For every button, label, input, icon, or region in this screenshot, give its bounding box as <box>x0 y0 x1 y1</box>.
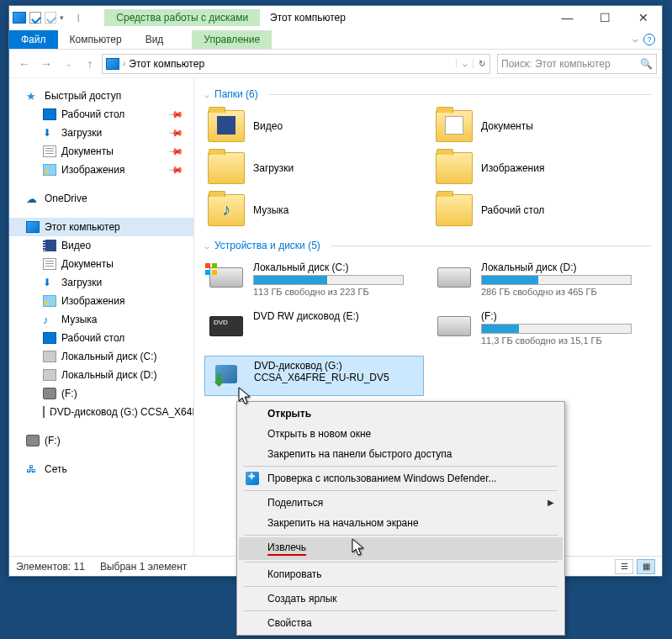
folder-music[interactable]: ♪Музыка <box>204 191 424 230</box>
ctx-pin-quick-access[interactable]: Закрепить на панели быстрого доступа <box>239 444 563 464</box>
video-overlay-icon <box>217 116 235 135</box>
status-item-count: Элементов: 11 <box>16 561 85 573</box>
folder-pictures[interactable]: Изображения <box>432 149 652 187</box>
dvd-drive-icon <box>209 316 243 336</box>
qat-new-folder-icon[interactable] <box>45 12 56 24</box>
sidebar-network[interactable]: Сеть <box>9 460 193 478</box>
document-overlay-icon <box>445 116 463 135</box>
search-placeholder: Поиск: Этот компьютер <box>501 58 611 70</box>
pin-icon: 📌 <box>167 161 183 177</box>
video-icon <box>43 240 56 251</box>
sidebar-documents2[interactable]: Документы <box>9 255 193 273</box>
ctx-windows-defender[interactable]: Проверка с использованием Windows Defend… <box>239 468 563 488</box>
back-button[interactable]: ← <box>14 54 34 74</box>
view-details-button[interactable]: ☰ <box>615 559 633 574</box>
sidebar-drive-d[interactable]: Локальный диск (D:) <box>9 366 193 384</box>
chevron-right-icon: ▶ <box>548 498 554 507</box>
pc-icon[interactable] <box>13 12 26 24</box>
drive-d[interactable]: Локальный диск (D:)286 ГБ свободно из 46… <box>432 258 652 300</box>
help-icon[interactable]: ? <box>643 34 655 45</box>
tab-view[interactable]: Вид <box>134 30 176 49</box>
ctx-pin-start[interactable]: Закрепить на начальном экране <box>239 513 563 533</box>
sidebar-drive-f[interactable]: (F:) <box>9 384 193 403</box>
tab-computer[interactable]: Компьютер <box>58 30 134 49</box>
dvd-icon <box>43 406 45 418</box>
sidebar-videos[interactable]: Видео <box>9 236 193 255</box>
ctx-create-shortcut[interactable]: Создать ярлык <box>239 589 563 609</box>
ctx-properties[interactable]: Свойства <box>239 613 563 633</box>
pin-icon: 📌 <box>167 124 183 140</box>
ribbon-expand-icon[interactable]: ⌵ <box>632 34 638 45</box>
ctx-open-new-window[interactable]: Открыть в новом окне <box>239 424 563 444</box>
status-selected: Выбран 1 элемент <box>100 561 187 573</box>
sidebar-music[interactable]: Музыка <box>9 310 193 329</box>
sidebar-pictures2[interactable]: Изображения <box>9 292 193 310</box>
contextual-tool-tab-label: Средства работы с дисками <box>104 9 260 26</box>
desktop-icon <box>43 108 56 120</box>
cloud-icon <box>26 193 40 204</box>
sidebar-documents[interactable]: Документы📌 <box>9 142 193 161</box>
qat-dropdown-icon[interactable]: ▾ <box>60 13 64 22</box>
sidebar-pictures[interactable]: Изображения📌 <box>9 161 193 179</box>
ctx-share[interactable]: Поделиться▶ <box>239 493 563 513</box>
ctx-eject[interactable]: Извлечь <box>239 537 563 560</box>
windows-drive-icon <box>209 267 243 288</box>
sidebar-onedrive[interactable]: OneDrive <box>9 189 193 208</box>
download-icon <box>43 127 56 139</box>
document-icon <box>43 145 56 157</box>
drive-icon <box>43 369 56 381</box>
desktop-icon <box>43 332 56 344</box>
image-icon <box>43 164 56 176</box>
sidebar-this-pc[interactable]: Этот компьютер <box>9 218 193 236</box>
group-drives-header[interactable]: Устройства и диски (5) <box>204 240 652 251</box>
install-disc-icon <box>210 362 244 390</box>
sidebar-desktop[interactable]: Рабочий стол📌 <box>9 105 193 124</box>
address-dropdown-icon[interactable]: ⌵ <box>456 59 473 68</box>
search-icon: 🔍 <box>640 58 653 70</box>
qat-sep: | <box>77 13 79 22</box>
recent-locations-button[interactable]: ⌵ <box>58 54 78 74</box>
image-icon <box>43 295 56 307</box>
document-icon <box>43 258 56 270</box>
removable-drive-icon <box>26 435 40 446</box>
qat-properties-icon[interactable] <box>29 12 41 24</box>
drive-c[interactable]: Локальный диск (C:)113 ГБ свободно из 22… <box>204 258 424 300</box>
minimize-button[interactable]: — <box>548 6 586 29</box>
group-folders-header[interactable]: Папки (6) <box>204 88 652 100</box>
view-tiles-button[interactable]: ▦ <box>637 559 655 574</box>
up-button[interactable]: ↑ <box>80 54 100 74</box>
star-icon <box>26 90 40 102</box>
pc-icon <box>26 221 40 233</box>
folder-desktop[interactable]: Рабочий стол <box>432 191 652 230</box>
drive-e[interactable]: DVD RW дисковод (E:) <box>204 307 424 349</box>
address-bar[interactable]: › Этот компьютер ⌵ ↻ <box>102 54 490 74</box>
tab-file[interactable]: Файл <box>9 30 58 49</box>
sidebar-downloads[interactable]: Загрузки📌 <box>9 124 193 142</box>
sidebar-drive-f2[interactable]: (F:) <box>9 431 193 450</box>
forward-button[interactable]: → <box>36 54 56 74</box>
sidebar-downloads2[interactable]: Загрузки <box>9 273 193 292</box>
music-icon <box>43 314 56 325</box>
ctx-open[interactable]: Открыть <box>239 404 563 424</box>
sidebar: Быстрый доступ Рабочий стол📌 Загрузки📌 Д… <box>9 78 194 556</box>
folder-downloads[interactable]: Загрузки <box>204 149 424 187</box>
drive-icon <box>437 267 471 288</box>
tab-manage[interactable]: Управление <box>192 30 272 49</box>
breadcrumb[interactable]: Этот компьютер <box>125 58 208 70</box>
sidebar-drive-c[interactable]: Локальный диск (C:) <box>9 347 193 366</box>
folder-documents[interactable]: Документы <box>432 107 652 145</box>
pin-icon: 📌 <box>167 143 183 159</box>
search-input[interactable]: Поиск: Этот компьютер 🔍 <box>497 54 657 74</box>
ctx-copy[interactable]: Копировать <box>239 564 563 584</box>
sidebar-dvd-g[interactable]: DVD-дисковод (G:) CCSA_X64F <box>9 403 193 421</box>
folder-videos[interactable]: Видео <box>204 107 424 145</box>
pc-icon <box>106 58 119 70</box>
sidebar-quick-access[interactable]: Быстрый доступ <box>9 87 193 105</box>
pin-icon: 📌 <box>167 106 183 122</box>
close-button[interactable]: ✕ <box>624 6 662 29</box>
refresh-button[interactable]: ↻ <box>473 59 489 68</box>
maximize-button[interactable]: ☐ <box>586 6 624 29</box>
drive-g-selected[interactable]: DVD-дисковод (G:)CCSA_X64FRE_RU-RU_DV5 <box>204 356 424 396</box>
drive-f[interactable]: (F:)11,3 ГБ свободно из 15,1 ГБ <box>432 307 652 349</box>
sidebar-desktop2[interactable]: Рабочий стол <box>9 329 193 347</box>
